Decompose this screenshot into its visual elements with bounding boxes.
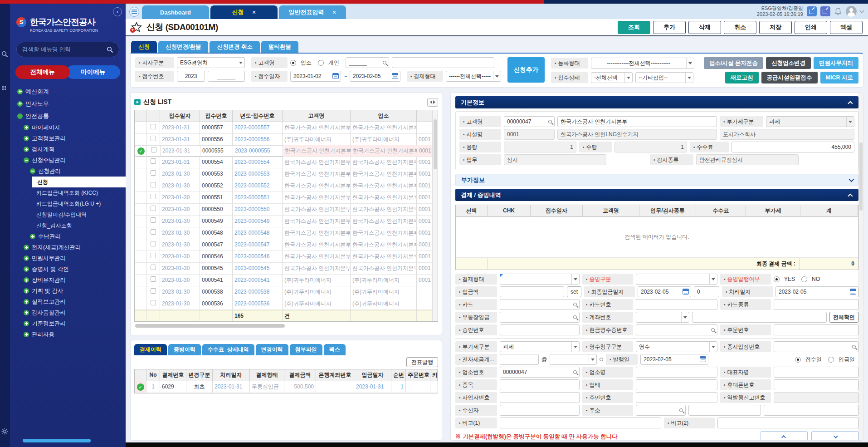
reg-type-select[interactable]: ------------전체선택----------- xyxy=(591,58,694,69)
tab-item[interactable]: Dashboard xyxy=(142,5,209,19)
sidebar-item[interactable]: 카드입금내역조회(LG U +) xyxy=(10,198,126,209)
radio-business[interactable] xyxy=(290,60,296,66)
order-no-input[interactable] xyxy=(774,324,858,335)
card-input[interactable] xyxy=(500,299,580,310)
sidebar-item[interactable]: 마이페이지 xyxy=(10,122,126,133)
table-row[interactable]: 2023-01-3000005362023-0000536(주)귀뚜라미에너지(… xyxy=(135,298,432,310)
etax-id-input[interactable] xyxy=(500,354,539,365)
calendar-icon[interactable] xyxy=(683,289,689,295)
etax-domain-select[interactable] xyxy=(550,354,597,365)
row-checkbox[interactable] xyxy=(151,229,156,235)
brn-input[interactable] xyxy=(500,392,580,403)
sidebar-item[interactable]: 전자(세금)계산관리 xyxy=(10,242,126,253)
print-button[interactable]: 인쇄 xyxy=(795,21,827,34)
radio-receipt-day[interactable] xyxy=(795,357,801,363)
history-tab[interactable]: 결제이력 xyxy=(134,344,167,355)
table-row[interactable]: 2023-01-3100005542023-0000554한국가스공사 인천기지… xyxy=(135,157,432,168)
table-row[interactable]: 2023-01-3100005562023-0000556(주)귀뚜라미에너지(… xyxy=(135,134,432,146)
note1-input[interactable] xyxy=(500,418,661,428)
micr-giro-button[interactable]: MICR 지로 xyxy=(820,72,858,84)
close-icon[interactable]: ✕ xyxy=(332,10,336,15)
tab-active[interactable]: 신청✕ xyxy=(210,5,278,19)
open-popup-icon[interactable] xyxy=(820,6,830,16)
search-icon[interactable] xyxy=(573,303,577,306)
favorite-star-icon[interactable]: + xyxy=(131,22,143,33)
customer-code-field[interactable] xyxy=(504,116,555,127)
search-icon[interactable] xyxy=(711,328,715,332)
cash-receipt-input[interactable] xyxy=(636,324,717,335)
add-button[interactable]: 추가 xyxy=(653,21,686,34)
radio-personal[interactable] xyxy=(318,60,324,66)
row-checkbox[interactable] xyxy=(151,147,156,152)
my-menu-button[interactable]: 마이메뉴 xyxy=(66,65,121,79)
row-checkbox[interactable] xyxy=(151,300,156,305)
table-row[interactable]: 2023-01-3000005412023-0000541(주)귀뚜라미에너지(… xyxy=(135,275,432,286)
receiver-input[interactable] xyxy=(500,405,580,416)
row-checkbox[interactable] xyxy=(151,182,156,187)
check-all-button[interactable]: 전체확인 xyxy=(829,312,858,323)
biz-name-input[interactable] xyxy=(636,367,717,378)
sidebar-item[interactable]: 안전공통 xyxy=(10,110,126,122)
table-row[interactable]: ✓16029최초2023-01-31무통장입금500,5002023-01-31… xyxy=(135,381,438,393)
pay-type-select[interactable] xyxy=(500,274,580,285)
item-input[interactable] xyxy=(500,379,580,390)
sidebar-item[interactable]: 민원사무관리 xyxy=(10,253,126,264)
move-down-button[interactable] xyxy=(811,431,858,441)
table-row[interactable]: 2023-01-3000005502023-0000550한국가스공사 인천기지… xyxy=(135,204,432,216)
sidebar-collapse-button[interactable]: ‹ xyxy=(113,7,122,16)
calendar-icon[interactable] xyxy=(850,289,856,295)
sidebar-item[interactable]: 관리자용 xyxy=(10,329,126,339)
account-no-input[interactable] xyxy=(692,312,827,323)
move-up-button[interactable] xyxy=(761,431,808,441)
calendar-icon[interactable] xyxy=(700,356,706,362)
menu-search-icon[interactable] xyxy=(107,46,113,53)
sub-tab[interactable]: 신청 xyxy=(131,41,157,53)
change-business-button[interactable]: 신청업소변경 xyxy=(766,57,811,69)
sidebar-item[interactable]: 신청일마감/수입내역 xyxy=(10,209,126,220)
menu-search-input[interactable]: 검색할 메뉴명 입력 xyxy=(16,42,119,57)
extra-info-header[interactable]: 부가정보 xyxy=(455,174,858,186)
radio-proof-yes[interactable] xyxy=(774,276,780,282)
customer-name-field[interactable] xyxy=(557,116,717,127)
issue-date-input[interactable] xyxy=(640,354,708,365)
tab-item[interactable]: 일반전표입력✕ xyxy=(279,5,346,19)
history-tab[interactable]: 증빙이력 xyxy=(168,344,201,355)
row-checkbox[interactable] xyxy=(151,217,156,223)
deposit-amount-input[interactable] xyxy=(500,286,564,297)
sidebar-item[interactable]: 신청수납관리 xyxy=(10,155,126,166)
user-avatar[interactable] xyxy=(846,6,857,17)
sidebar-item[interactable]: 신청관리 xyxy=(10,166,126,177)
query-button[interactable]: 조회 xyxy=(618,21,650,34)
table-row[interactable]: 2023-01-3000005522023-0000552한국가스공사 인천기지… xyxy=(135,180,432,192)
save-button[interactable]: 저장 xyxy=(759,21,792,34)
sidebar-item[interactable]: 신청 xyxy=(32,177,126,187)
sub-tab[interactable]: 멀티환불 xyxy=(261,41,298,53)
list-vertical-scrollbar[interactable] xyxy=(432,110,438,321)
search-icon[interactable] xyxy=(852,345,856,349)
sidebar-item[interactable]: 기준정보관리 xyxy=(10,318,126,329)
row-checkbox[interactable] xyxy=(151,206,156,211)
detail-vertical-scrollbar[interactable] xyxy=(858,93,863,440)
process-date-input[interactable] xyxy=(775,286,858,297)
branch-select[interactable]: ESG경영처 xyxy=(177,57,245,68)
vat-type-select[interactable]: 과세 xyxy=(500,341,580,352)
rrn-input[interactable] xyxy=(636,392,717,403)
pay-type-select[interactable]: ------전체선택----- xyxy=(446,71,501,82)
sidebar-item[interactable]: 신청_검사조회 xyxy=(10,220,126,231)
sidebar-scrollbar[interactable] xyxy=(23,439,91,442)
bank-select[interactable] xyxy=(636,312,689,323)
search-icon[interactable] xyxy=(679,408,683,412)
splitter-toggle-button[interactable] xyxy=(427,98,438,107)
open-window-icon[interactable] xyxy=(807,6,817,16)
sidebar-item[interactable]: 예산회계 xyxy=(10,85,126,98)
sidebar-item[interactable]: 검사품질관리 xyxy=(10,307,126,318)
table-row[interactable]: 2023-01-3000005492023-0000549한국가스공사 인천기지… xyxy=(135,216,432,227)
voucher-issue-button[interactable]: 전표발행 xyxy=(406,357,438,367)
address1-input[interactable] xyxy=(688,405,761,416)
biz-type-input[interactable] xyxy=(636,379,717,390)
set-button[interactable]: set xyxy=(567,286,581,297)
table-row[interactable]: 2023-01-3000005472023-0000547한국가스공사 인천기지… xyxy=(135,239,432,251)
table-row[interactable]: 2023-01-3000005462023-0000546한국가스공사 인천기지… xyxy=(135,251,432,263)
biz-no-input[interactable] xyxy=(500,367,580,378)
note2-input[interactable] xyxy=(717,418,858,428)
